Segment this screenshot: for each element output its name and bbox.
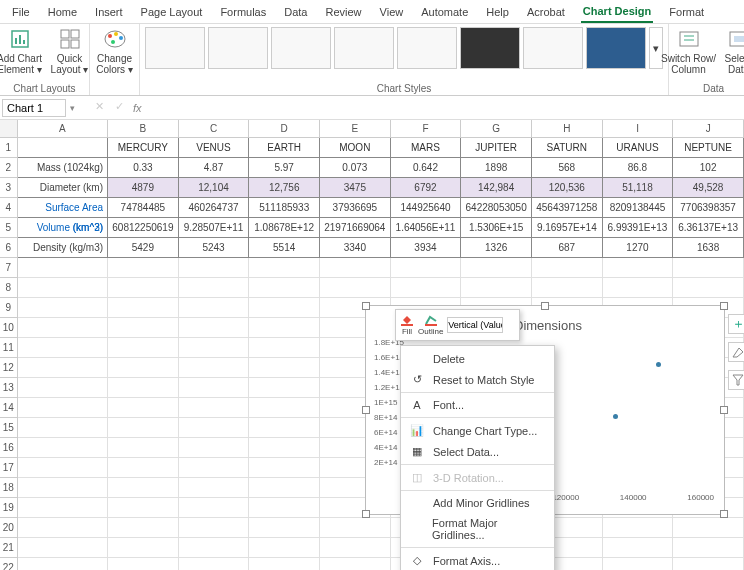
cell[interactable]: 64228053050 <box>461 198 532 218</box>
row-header[interactable]: 14 <box>0 398 18 418</box>
cell[interactable]: 1.64056E+11 <box>391 218 462 238</box>
cell[interactable] <box>320 278 391 298</box>
cell[interactable]: 3934 <box>391 238 462 258</box>
cell[interactable] <box>249 518 320 538</box>
cell[interactable]: JUPITER <box>461 138 532 158</box>
cell[interactable] <box>249 318 320 338</box>
cell[interactable] <box>108 478 179 498</box>
tab-insert[interactable]: Insert <box>93 2 125 22</box>
cell[interactable] <box>249 298 320 318</box>
row-label[interactable]: Volume (km^3) <box>18 218 108 238</box>
cell[interactable] <box>18 138 108 158</box>
chart-style-3[interactable] <box>271 27 331 69</box>
menu-item-select-data[interactable]: ▦Select Data... <box>401 441 554 462</box>
cell[interactable]: 12,104 <box>179 178 250 198</box>
resize-handle[interactable] <box>541 302 549 310</box>
cell[interactable] <box>108 418 179 438</box>
name-box[interactable] <box>2 99 66 117</box>
row-label[interactable]: Density (kg/m3) <box>18 238 108 258</box>
cell[interactable] <box>320 518 391 538</box>
row-header[interactable]: 6 <box>0 238 18 258</box>
row-header[interactable]: 7 <box>0 258 18 278</box>
chart-style-7[interactable] <box>523 27 583 69</box>
cell[interactable] <box>18 518 108 538</box>
cell[interactable]: 0.642 <box>391 158 462 178</box>
cell[interactable]: 1638 <box>673 238 744 258</box>
cell[interactable] <box>391 258 462 278</box>
cell[interactable]: 86.8 <box>603 158 674 178</box>
cell[interactable]: 49,528 <box>673 178 744 198</box>
row-header[interactable]: 5 <box>0 218 18 238</box>
cell[interactable]: MERCURY <box>108 138 179 158</box>
column-header[interactable]: I <box>603 120 674 137</box>
cell[interactable] <box>108 278 179 298</box>
cell[interactable]: SATURN <box>532 138 603 158</box>
row-header[interactable]: 8 <box>0 278 18 298</box>
cell[interactable] <box>461 258 532 278</box>
cell[interactable] <box>18 558 108 570</box>
switch-row-column-button[interactable]: Switch Row/ Column <box>667 27 711 75</box>
cell[interactable] <box>108 338 179 358</box>
chart-element-selector[interactable] <box>447 317 503 333</box>
cell[interactable]: 5429 <box>108 238 179 258</box>
cell[interactable]: URANUS <box>603 138 674 158</box>
cell[interactable] <box>179 518 250 538</box>
column-header[interactable]: G <box>461 120 532 137</box>
cell[interactable] <box>249 278 320 298</box>
cell[interactable] <box>249 418 320 438</box>
cell[interactable]: 1270 <box>603 238 674 258</box>
row-header[interactable]: 19 <box>0 498 18 518</box>
tab-automate[interactable]: Automate <box>419 2 470 22</box>
cell[interactable] <box>320 558 391 570</box>
resize-handle[interactable] <box>720 302 728 310</box>
cell[interactable] <box>18 418 108 438</box>
cell[interactable]: VENUS <box>179 138 250 158</box>
cell[interactable] <box>179 418 250 438</box>
cell[interactable]: 37936695 <box>320 198 391 218</box>
chart-style-1[interactable] <box>145 27 205 69</box>
row-header[interactable]: 1 <box>0 138 18 158</box>
cell[interactable] <box>18 318 108 338</box>
cell[interactable]: EARTH <box>249 138 320 158</box>
cell[interactable] <box>603 278 674 298</box>
chart-elements-button[interactable]: ＋ <box>728 314 744 334</box>
row-header[interactable]: 3 <box>0 178 18 198</box>
cell[interactable]: 6.36137E+13 <box>673 218 744 238</box>
cell[interactable]: 0.33 <box>108 158 179 178</box>
cell[interactable]: 4879 <box>108 178 179 198</box>
cell[interactable] <box>179 278 250 298</box>
cell[interactable] <box>461 278 532 298</box>
cell[interactable] <box>108 558 179 570</box>
cell[interactable]: 568 <box>532 158 603 178</box>
cell[interactable] <box>249 338 320 358</box>
column-header[interactable]: B <box>108 120 179 137</box>
cell[interactable] <box>179 558 250 570</box>
resize-handle[interactable] <box>362 302 370 310</box>
cell[interactable] <box>18 258 108 278</box>
outline-button[interactable]: Outline <box>418 314 443 336</box>
cell[interactable] <box>673 278 744 298</box>
cell[interactable]: 9.28507E+11 <box>179 218 250 238</box>
cell[interactable] <box>108 358 179 378</box>
cell[interactable] <box>249 358 320 378</box>
cell[interactable]: 6792 <box>391 178 462 198</box>
menu-item-format-axis[interactable]: ◇Format Axis... <box>401 550 554 570</box>
data-point[interactable] <box>613 414 618 419</box>
cell[interactable]: 9.16957E+14 <box>532 218 603 238</box>
row-header[interactable]: 9 <box>0 298 18 318</box>
cell[interactable]: 120,536 <box>532 178 603 198</box>
cell[interactable] <box>532 278 603 298</box>
cell[interactable] <box>179 498 250 518</box>
cell[interactable] <box>18 498 108 518</box>
cell[interactable]: NEPTUNE <box>673 138 744 158</box>
cell[interactable] <box>249 558 320 570</box>
column-header[interactable]: H <box>532 120 603 137</box>
tab-review[interactable]: Review <box>323 2 363 22</box>
cell[interactable]: 5.97 <box>249 158 320 178</box>
select-data-button[interactable]: Select Data <box>717 27 745 75</box>
menu-item-format-major-gridlines[interactable]: Format Major Gridlines... <box>401 513 554 545</box>
chart-style-5[interactable] <box>397 27 457 69</box>
column-header[interactable]: J <box>673 120 744 137</box>
cell[interactable]: 102 <box>673 158 744 178</box>
cell[interactable] <box>108 458 179 478</box>
